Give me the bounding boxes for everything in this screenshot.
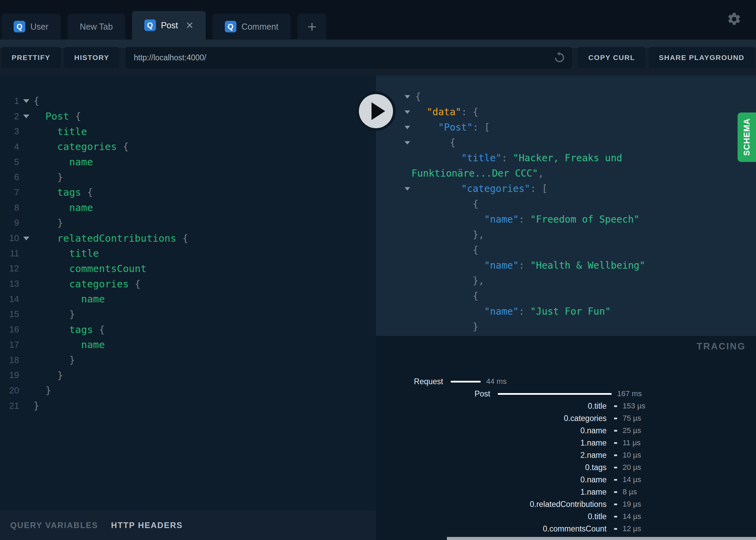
response-line: { <box>376 242 756 258</box>
code-text[interactable]: categories { <box>33 141 129 152</box>
collapse-arrow-icon[interactable] <box>376 138 415 147</box>
line-number: 10 <box>0 233 19 243</box>
code-text[interactable]: relatedContributions { <box>33 232 188 244</box>
tab-new-tab[interactable]: New Tab <box>68 14 125 40</box>
fold-arrow-icon[interactable] <box>19 96 33 106</box>
line-number: 14 <box>0 294 19 304</box>
code-text[interactable]: name <box>33 339 105 350</box>
code-text[interactable]: name <box>33 156 93 168</box>
response-text: { <box>415 290 478 302</box>
query-badge-icon: Q <box>14 21 25 32</box>
code-text[interactable]: tags { <box>33 324 105 335</box>
collapse-triangle <box>405 95 410 101</box>
editor-line: 14 name <box>0 291 376 307</box>
tracing-field-label: 0.tags <box>376 463 607 472</box>
code-text[interactable]: } <box>33 370 63 381</box>
tracing-dash-icon <box>614 467 617 468</box>
tracing-duration-value: 12 µs <box>623 524 641 533</box>
query-badge-icon: Q <box>225 21 236 32</box>
endpoint-url-bar <box>126 47 572 68</box>
settings-gear-icon[interactable] <box>727 12 742 27</box>
code-text[interactable]: } <box>33 400 39 411</box>
close-tab-icon[interactable] <box>186 21 193 29</box>
line-number: 2 <box>0 111 19 122</box>
tracing-duration-bar <box>451 381 481 382</box>
tracing-row: 0.title14 µs <box>376 510 756 523</box>
tracing-row: Post167 ms <box>376 388 756 400</box>
query-editor-pane[interactable]: 1{2 Post {3 title4 categories {5 name6 }… <box>0 76 376 540</box>
code-text[interactable]: } <box>33 354 75 366</box>
code-text[interactable]: } <box>33 309 75 320</box>
response-line: Funktionäre...Der CCC", <box>376 166 756 181</box>
code-text[interactable]: commentsCount <box>33 263 147 274</box>
code-text[interactable]: categories { <box>33 278 141 290</box>
tracing-field-label: 0.relatedContributions <box>376 500 607 509</box>
code-text[interactable]: } <box>33 217 63 229</box>
tracing-duration-value: 8 µs <box>623 487 637 496</box>
tab-user[interactable]: QUser <box>1 14 61 40</box>
tracing-dash-icon <box>614 479 617 481</box>
response-text: "categories": [ <box>415 183 548 194</box>
code-text[interactable]: title <box>33 247 99 259</box>
horizontal-scrollbar[interactable] <box>447 537 756 540</box>
code-text[interactable]: { <box>33 95 39 107</box>
code-text[interactable]: name <box>33 293 105 305</box>
new-tab-button[interactable]: + <box>297 14 326 40</box>
line-number: 16 <box>0 324 19 335</box>
code-text[interactable]: tags { <box>33 186 93 198</box>
execute-query-play-button[interactable] <box>355 90 397 132</box>
tab-list: QUserNew TabQPostQComment <box>1 11 291 40</box>
line-number: 3 <box>0 126 19 137</box>
line-number: 5 <box>0 157 19 167</box>
tracing-duration-value: 25 µs <box>623 426 641 435</box>
editor-line: 8 name <box>0 200 376 215</box>
collapse-triangle <box>405 110 410 117</box>
code-text[interactable]: title <box>33 126 87 137</box>
editor-line: 11 title <box>0 246 376 261</box>
code-text[interactable]: } <box>33 385 51 396</box>
line-number: 6 <box>0 172 19 182</box>
plus-icon: + <box>307 17 317 36</box>
editor-line: 9 } <box>0 215 376 231</box>
tab-comment[interactable]: QComment <box>213 14 291 40</box>
query-variables-toggle[interactable]: QUERY VARIABLES <box>10 521 98 530</box>
editor-line: 13 categories { <box>0 276 376 291</box>
copy-curl-button[interactable]: COPY CURL <box>578 47 645 68</box>
tracing-field-label: Post <box>376 389 490 399</box>
editor-line: 20 } <box>0 383 376 398</box>
tracing-field-label: 0.name <box>376 475 607 484</box>
line-number: 21 <box>0 401 19 411</box>
tab-post[interactable]: QPost <box>132 11 206 40</box>
editor-footer: QUERY VARIABLES HTTP HEADERS <box>0 510 376 540</box>
tracing-dash-icon <box>614 516 617 518</box>
tab-label: New Tab <box>80 22 113 32</box>
line-number: 8 <box>0 202 19 213</box>
http-headers-toggle[interactable]: HTTP HEADERS <box>111 521 183 530</box>
response-line: }, <box>376 273 756 288</box>
editor-line: 7 tags { <box>0 185 376 200</box>
editor-line: 2 Post { <box>0 109 376 124</box>
editor-line: 16 tags { <box>0 322 376 337</box>
response-line: "Post": [ <box>376 120 756 135</box>
reload-schema-icon[interactable] <box>553 51 566 64</box>
tracing-field-label: 2.name <box>376 451 607 460</box>
share-playground-button[interactable]: SHARE PLAYGROUND <box>649 47 755 68</box>
code-text[interactable]: } <box>33 171 63 183</box>
code-text[interactable]: Post { <box>33 110 81 122</box>
schema-tab-button[interactable]: SCHEMA <box>738 112 756 162</box>
response-text: "name": "Just For Fun" <box>415 306 611 317</box>
fold-arrow-icon[interactable] <box>19 111 33 121</box>
code-text[interactable]: name <box>33 202 93 213</box>
editor-line: 15 } <box>0 307 376 322</box>
fold-arrow-icon[interactable] <box>19 233 33 243</box>
response-line: { <box>376 89 756 104</box>
endpoint-url-input[interactable] <box>126 53 553 62</box>
editor-line: 3 title <box>0 124 376 139</box>
prettify-button[interactable]: PRETTIFY <box>1 47 61 68</box>
history-button[interactable]: HISTORY <box>64 47 120 68</box>
tab-label: Comment <box>242 22 278 32</box>
tracing-duration-value: 14 µs <box>623 475 641 484</box>
collapse-arrow-icon[interactable] <box>376 184 415 193</box>
response-text: }, <box>415 229 484 240</box>
response-line: { <box>376 288 756 304</box>
